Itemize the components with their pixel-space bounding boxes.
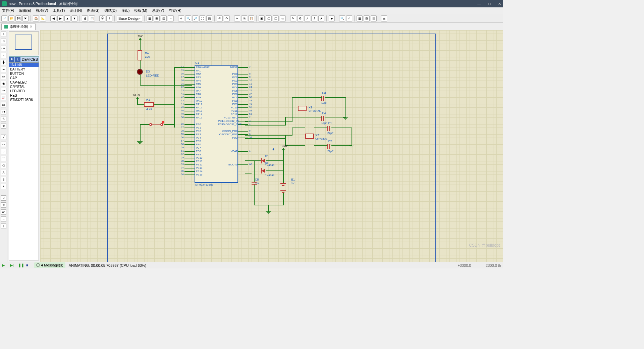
block1-icon[interactable]: ▣: [259, 15, 265, 21]
minimap[interactable]: [9, 32, 39, 55]
erc-icon[interactable]: ✓: [346, 15, 352, 21]
label-icon[interactable]: LBL: [1, 46, 6, 51]
redo-icon[interactable]: ↷: [224, 15, 230, 21]
bom-icon[interactable]: ☰: [371, 15, 377, 21]
menu-file[interactable]: 文件(F): [2, 8, 14, 13]
sim-icon[interactable]: ▶: [329, 15, 335, 21]
symbol-icon[interactable]: S: [1, 177, 6, 182]
menu-edit[interactable]: 编辑(E): [19, 8, 31, 13]
wire-icon[interactable]: ╋: [1, 60, 6, 65]
zoomin-icon[interactable]: 🔍: [185, 15, 191, 21]
meter-icon[interactable]: ⊕: [1, 123, 6, 129]
rotcw-icon[interactable]: ↻: [1, 202, 6, 208]
menu-library[interactable]: 库(L): [121, 8, 129, 13]
pick-p-button[interactable]: P: [9, 57, 14, 62]
menu-view[interactable]: 视图(V): [36, 8, 48, 13]
close-icon[interactable]: ✖: [22, 15, 29, 21]
cap-c3[interactable]: [321, 96, 322, 101]
rotccw-icon[interactable]: ↺: [1, 195, 6, 201]
pause-icon[interactable]: ❚❚: [18, 263, 23, 268]
graph-icon[interactable]: 📈: [1, 95, 6, 100]
angle-icon[interactable]: 0°: [1, 209, 6, 215]
textg-icon[interactable]: A: [1, 170, 6, 175]
save-icon[interactable]: 💾: [15, 15, 21, 21]
poly-icon[interactable]: ⬠: [1, 163, 6, 168]
print-icon[interactable]: 🖨: [82, 15, 88, 21]
menu-template[interactable]: 模版(M): [134, 8, 147, 13]
tool3-icon[interactable]: ↗: [304, 15, 310, 21]
led-d3[interactable]: [137, 69, 143, 75]
diode-d2[interactable]: [262, 169, 265, 173]
flipv-icon[interactable]: ↕: [1, 223, 6, 229]
tape-icon[interactable]: ▤: [1, 102, 6, 107]
cursor-icon[interactable]: ✛: [178, 15, 184, 21]
pick-icon[interactable]: ⬀: [1, 39, 6, 44]
play-icon[interactable]: ▶: [2, 263, 7, 268]
cap-c2[interactable]: [327, 144, 328, 149]
arc-icon[interactable]: ⌒: [1, 156, 6, 161]
pick-l-button[interactable]: L: [15, 57, 20, 62]
resistor-r1[interactable]: [138, 50, 142, 60]
tab-schematic[interactable]: 原理图绘制 ✕: [1, 23, 36, 30]
list-item[interactable]: BATTERY: [9, 67, 39, 71]
minimize-button[interactable]: —: [477, 2, 481, 6]
resistor-r2[interactable]: [144, 102, 154, 107]
design-combo[interactable]: Base Design: [117, 15, 142, 21]
schematic-canvas[interactable]: +5v R1 100 D3 LED-RED +3.3v R2 4.7k: [40, 30, 503, 262]
search-icon[interactable]: 🔍: [339, 15, 345, 21]
cap-c1[interactable]: [327, 126, 328, 131]
crystal-x2[interactable]: [305, 134, 314, 139]
grid3-icon[interactable]: ▤: [161, 15, 167, 21]
menu-system[interactable]: 系统(Y): [152, 8, 164, 13]
list-item[interactable]: 1N4148: [9, 63, 39, 67]
list-item[interactable]: STM32F103R6: [9, 98, 39, 102]
copy-icon[interactable]: ⎘: [241, 15, 247, 21]
circle-icon[interactable]: ○: [1, 149, 6, 154]
grid1-icon[interactable]: ▦: [147, 15, 153, 21]
maximize-button[interactable]: □: [488, 2, 491, 6]
sub-icon[interactable]: ▭: [1, 74, 6, 79]
home-icon[interactable]: 🏠: [33, 15, 39, 21]
tool4-icon[interactable]: ⤴: [311, 15, 317, 21]
block3-icon[interactable]: ◫: [273, 15, 279, 21]
stop-icon[interactable]: ■: [26, 263, 31, 268]
schem-icon[interactable]: 📐: [40, 15, 46, 21]
pcb-icon[interactable]: ▦: [357, 15, 363, 21]
select-icon[interactable]: ↖: [1, 32, 6, 37]
fliph-icon[interactable]: ↔: [1, 216, 6, 222]
list-item[interactable]: CRYSTAL: [9, 85, 39, 89]
messages-button[interactable]: ⓘ 4 Message(s): [34, 262, 65, 268]
list-item[interactable]: LED-RED: [9, 89, 39, 93]
model-icon[interactable]: Ⓜ: [99, 15, 105, 21]
marker-icon[interactable]: +: [1, 184, 6, 189]
menu-design[interactable]: 设计(N): [69, 8, 82, 13]
list-item[interactable]: BUTTON: [9, 71, 39, 76]
undo-icon[interactable]: ↶: [217, 15, 223, 21]
new-icon[interactable]: 📄: [1, 15, 7, 21]
zoomfit-icon[interactable]: ⛶: [199, 15, 205, 21]
bus-icon[interactable]: ━: [1, 67, 6, 72]
button-sw[interactable]: [149, 122, 163, 127]
help-icon[interactable]: ?: [106, 15, 112, 21]
text-icon[interactable]: ≡: [1, 53, 6, 58]
list-item[interactable]: CAP: [9, 76, 39, 80]
nav-back-icon[interactable]: ◀: [50, 15, 56, 21]
tool5-icon[interactable]: ⬈: [318, 15, 324, 21]
block2-icon[interactable]: ▢: [266, 15, 272, 21]
list-item[interactable]: RES: [9, 93, 39, 98]
tool2-icon[interactable]: ⚙: [297, 15, 303, 21]
step-icon[interactable]: ▶|: [10, 263, 15, 268]
nav-fwd-icon[interactable]: ▶: [57, 15, 63, 21]
zoomarea-icon[interactable]: ◰: [206, 15, 212, 21]
probe-icon[interactable]: ✎: [1, 116, 6, 121]
block4-icon[interactable]: ▭: [280, 15, 286, 21]
line-icon[interactable]: ╱: [1, 135, 6, 140]
tool1-icon[interactable]: ✎: [290, 15, 296, 21]
grid2-icon[interactable]: ⊞: [154, 15, 160, 21]
crystal-x1[interactable]: [298, 106, 307, 111]
tab-close-icon[interactable]: ✕: [30, 24, 33, 29]
rect-icon[interactable]: ▭: [1, 142, 6, 147]
nav-down-icon[interactable]: ▼: [71, 15, 77, 21]
device-list[interactable]: 1N4148 BATTERY BUTTON CAP CAP-ELEC CRYST…: [9, 62, 39, 260]
menu-help[interactable]: 帮助(H): [169, 8, 181, 13]
